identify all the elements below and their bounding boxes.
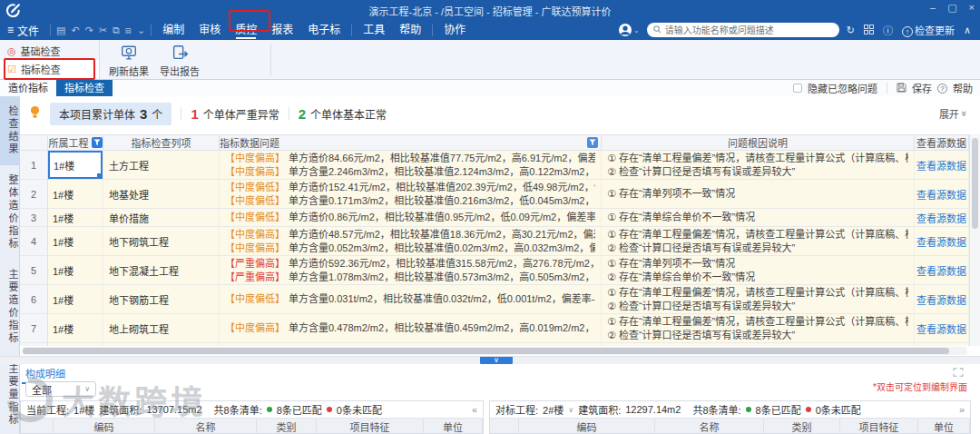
cut-icon[interactable]: ✂ bbox=[99, 25, 107, 36]
cell-issues[interactable]: 【中度偏低】单方含量0.031t/m2，相比较基准值0.032t/m2，低0.0… bbox=[220, 285, 602, 313]
cell-project[interactable]: 1#楼 bbox=[48, 256, 103, 284]
column-header[interactable]: 类别 bbox=[257, 419, 317, 434]
header-check-item[interactable]: 指标检查列项 bbox=[103, 135, 220, 150]
undo-icon[interactable]: ↶ bbox=[71, 25, 79, 36]
detail-filter-dropdown[interactable]: 全部 ∨ bbox=[25, 381, 96, 397]
cell-view-source[interactable]: 查看源数据 bbox=[915, 285, 969, 313]
column-header[interactable]: 项目特征 bbox=[840, 419, 918, 434]
column-header[interactable]: 名称 bbox=[155, 419, 257, 434]
view-source-link[interactable]: 查看源数据 bbox=[916, 234, 966, 249]
table-row[interactable]: 21#楼地基处理【中度偏低】单方造价152.41元/m2，相比较基准值202.3… bbox=[20, 180, 969, 209]
menu-item-review[interactable]: 审核 bbox=[191, 20, 228, 40]
user-avatar[interactable] bbox=[619, 24, 632, 36]
collapse-left-icon[interactable]: « bbox=[472, 404, 477, 415]
global-search[interactable] bbox=[647, 23, 839, 37]
refresh-results-button[interactable]: 刷新结果 bbox=[105, 43, 152, 77]
filter-funnel-icon[interactable] bbox=[92, 137, 103, 148]
cell-view-source[interactable]: 查看源数据 bbox=[915, 343, 969, 346]
cell-view-source[interactable]: 查看源数据 bbox=[915, 314, 969, 342]
header-project[interactable]: 所属工程 bbox=[48, 135, 103, 150]
cell-causes[interactable]: ① 存在“清单工程量偏差”情况，请核查工程量计算公式（计算底稿、模型、图纸等）②… bbox=[602, 151, 915, 179]
redo-icon[interactable]: ↷ bbox=[85, 25, 93, 36]
column-header[interactable]: 项目特征 bbox=[317, 419, 424, 434]
menu-item-qc[interactable]: 质控 bbox=[228, 20, 264, 40]
menu-item-help[interactable]: 帮助 bbox=[392, 20, 428, 40]
chevron-down-icon[interactable]: ∨ bbox=[568, 406, 573, 414]
table-row[interactable]: 【中度偏低】单方造价89.24元/m2，相比较基准值118元/m2，低28.76… bbox=[20, 343, 969, 346]
nav-item-basic-check[interactable]: ◎ 基础检查 bbox=[0, 42, 99, 60]
table-row[interactable]: 31#楼单价措施【中度偏低】单方造价0.86元/m2，相比较基准值0.95元/m… bbox=[20, 209, 969, 227]
cell-check-item[interactable]: 单价措施 bbox=[103, 209, 220, 226]
header-root-cause[interactable]: 问题根因说明 bbox=[602, 135, 915, 150]
close-button[interactable]: × bbox=[969, 2, 975, 14]
cell-view-source[interactable]: 查看源数据 bbox=[915, 256, 969, 284]
save-panel-button[interactable]: 保存 bbox=[912, 81, 932, 95]
cell-view-source[interactable]: 查看源数据 bbox=[915, 180, 969, 208]
table-row[interactable]: 11#楼土方工程【中度偏高】单方造价84.66元/m2，相比较基准值77.75元… bbox=[20, 151, 969, 180]
cell-causes[interactable]: ① 存在“清单综合单价不一致”情况 bbox=[602, 209, 915, 226]
filter-funnel-icon[interactable] bbox=[587, 137, 598, 148]
cell-causes[interactable]: ① 存在“清单工程量偏差”情况，请核查工程量计算公式（计算底稿、模型、图纸等）②… bbox=[602, 314, 915, 342]
cell-causes[interactable]: ① 存在“清单工程量偏差”情况，请核查工程量计算公式（计算底稿、模型、图纸等）②… bbox=[602, 227, 915, 255]
menu-item-collab[interactable]: 协作 bbox=[436, 20, 473, 40]
header-issue[interactable]: 指标数据问题 bbox=[220, 135, 602, 150]
cell-project[interactable] bbox=[48, 343, 103, 346]
cell-check-item[interactable]: 地下混凝土工程 bbox=[103, 256, 220, 284]
sync-icon[interactable]: ↻ bbox=[847, 25, 855, 36]
sidebar-item-overall-cost[interactable]: 整体造价指标 bbox=[0, 165, 20, 260]
expand-button[interactable]: 展开 » bbox=[939, 106, 980, 121]
info-icon[interactable]: ⓘ bbox=[883, 23, 893, 37]
help-button[interactable]: 帮助 bbox=[953, 81, 973, 95]
cell-project[interactable]: 1#楼 bbox=[48, 314, 103, 342]
cell-issues[interactable]: 【中度偏高】单方造价84.66元/m2，相比较基准值77.75元/m2，高6.9… bbox=[220, 151, 602, 179]
menu-item-ebid[interactable]: 电子标 bbox=[300, 20, 348, 40]
table-row[interactable]: 61#楼地下钢筋工程【中度偏低】单方含量0.031t/m2，相比较基准值0.03… bbox=[20, 285, 969, 314]
cell-issues[interactable]: 【严重偏高】单方造价592.36元/m2，相比较基准值315.58元/m2，高2… bbox=[220, 256, 602, 284]
view-source-link[interactable]: 查看源数据 bbox=[916, 321, 966, 336]
cell-causes[interactable]: ① 存在“清单列项不一致”情况 bbox=[602, 343, 915, 346]
vertical-scrollbar[interactable] bbox=[969, 134, 980, 346]
cell-causes[interactable]: ① 存在“清单列项不一致”情况 bbox=[602, 180, 915, 208]
cell-issues[interactable]: 【中度偏高】单方造价48.57元/m2，相比较基准值18.36元/m2，高30.… bbox=[220, 227, 602, 255]
tab-indicator-check[interactable]: 指标检查 bbox=[56, 80, 113, 96]
tab-cost-indicators[interactable]: 造价指标 bbox=[0, 80, 56, 96]
save-icon[interactable]: ▤ bbox=[56, 25, 65, 36]
cell-project[interactable]: 1#楼 bbox=[48, 227, 103, 255]
cell-view-source[interactable]: 查看源数据 bbox=[915, 209, 969, 226]
file-menu[interactable]: ≡ 文件 bbox=[0, 23, 46, 38]
view-source-link[interactable]: 查看源数据 bbox=[916, 345, 966, 347]
selected-cell[interactable]: 1#楼 bbox=[48, 151, 103, 179]
hide-ignored-checkbox[interactable] bbox=[793, 84, 802, 93]
column-header[interactable]: 编码 bbox=[519, 419, 655, 434]
cell-view-source[interactable]: 查看源数据 bbox=[915, 151, 969, 179]
column-header[interactable]: 单位 bbox=[918, 419, 970, 434]
cell-issues[interactable]: 【中度偏低】单方造价152.41元/m2，相比较基准值202.39元/m2，低4… bbox=[220, 180, 602, 208]
menu-item-tools[interactable]: 工具 bbox=[356, 20, 392, 40]
minimize-button[interactable]: – bbox=[930, 2, 936, 14]
view-source-link[interactable]: 查看源数据 bbox=[916, 211, 966, 225]
horizontal-scrollbar[interactable] bbox=[22, 347, 967, 355]
avatar-caret-icon[interactable]: ⌄ bbox=[633, 26, 640, 35]
cell-project[interactable]: 1#楼 bbox=[48, 151, 103, 179]
header-view-source[interactable]: 查看源数据 bbox=[915, 135, 969, 150]
nav-item-indicator-check[interactable]: ☑ 指标检查 bbox=[0, 60, 99, 78]
column-header[interactable]: 类别 bbox=[764, 419, 840, 434]
column-header[interactable]: 名称 bbox=[655, 419, 764, 434]
sidebar-item-check-results[interactable]: 检查结果 bbox=[0, 96, 20, 165]
hide-ignored-label[interactable]: 隐藏已忽略问题 bbox=[808, 81, 877, 95]
table-row[interactable]: 71#楼地上砌筑工程【中度偏高】单方含量0.478m2/m2，相比较基准值0.4… bbox=[20, 314, 969, 343]
cell-causes[interactable]: ① 存在“清单工程量偏差”情况，请核查工程量计算公式（计算底稿、模型、图纸等）②… bbox=[602, 285, 915, 313]
cell-issues[interactable]: 【中度偏高】单方含量0.478m2/m2，相比较基准值0.459m2/m2，高0… bbox=[220, 314, 602, 342]
view-source-link[interactable]: 查看源数据 bbox=[916, 292, 966, 307]
cell-view-source[interactable]: 查看源数据 bbox=[915, 227, 969, 255]
cell-check-item[interactable]: 地下砌筑工程 bbox=[103, 227, 220, 255]
sidebar-item-major-cost[interactable]: 主要造价指标 bbox=[0, 260, 20, 354]
copy-icon[interactable]: ⧉ bbox=[113, 25, 120, 36]
apps-grid-icon[interactable] bbox=[864, 25, 874, 36]
table-row[interactable]: 41#楼地下砌筑工程【中度偏高】单方造价48.57元/m2，相比较基准值18.3… bbox=[20, 227, 969, 256]
cell-issues[interactable]: 【中度偏低】单方造价89.24元/m2，相比较基准值118元/m2，低28.76… bbox=[220, 343, 602, 346]
sidebar-item-major-quantity[interactable]: 主要量指标 bbox=[0, 354, 20, 434]
cell-project[interactable]: 1#楼 bbox=[48, 180, 103, 208]
maximize-button[interactable]: ▢ bbox=[947, 2, 956, 14]
paste-icon[interactable]: ⧈ bbox=[125, 25, 132, 36]
